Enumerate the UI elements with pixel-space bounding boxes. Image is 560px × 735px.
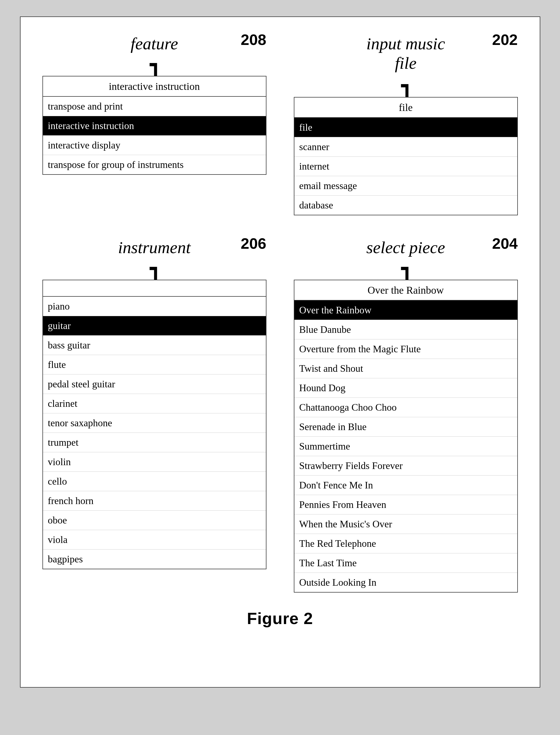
input-music-item-4[interactable]: database (294, 196, 517, 215)
input-music-item-1[interactable]: scanner (294, 137, 517, 157)
input-music-number: 202 (492, 31, 518, 48)
select-piece-item-3[interactable]: Twist and Shout (294, 359, 517, 378)
select-piece-brace: ┓ (401, 257, 413, 280)
input-music-panel: 202 input music file ┓ file file scanner… (294, 33, 518, 215)
instrument-item-8[interactable]: violin (43, 452, 266, 472)
select-piece-item-8[interactable]: Strawberry Fields Forever (294, 456, 517, 476)
instrument-item-10[interactable]: french horn (43, 491, 266, 511)
select-piece-item-9[interactable]: Don't Fence Me In (294, 476, 517, 495)
select-piece-item-11[interactable]: When the Music's Over (294, 515, 517, 534)
feature-panel: 208 feature ┓ interactive instruction tr… (42, 33, 266, 215)
instrument-number: 206 (241, 234, 266, 252)
select-piece-item-7[interactable]: Summertime (294, 437, 517, 456)
input-music-item-3[interactable]: email message (294, 176, 517, 196)
instrument-item-9[interactable]: cello (43, 472, 266, 491)
feature-item-2[interactable]: interactive display (43, 136, 266, 155)
select-piece-dropdown-header: Over the Rainbow (294, 280, 517, 300)
figure-caption: Figure 2 (42, 609, 518, 628)
instrument-item-6[interactable]: tenor saxaphone (43, 414, 266, 433)
feature-number: 208 (241, 31, 266, 48)
main-page: 208 feature ┓ interactive instruction tr… (20, 16, 540, 688)
select-piece-item-14[interactable]: Outside Looking In (294, 573, 517, 592)
instrument-item-2[interactable]: bass guitar (43, 335, 266, 355)
instrument-item-7[interactable]: trumpet (43, 433, 266, 452)
select-piece-item-6[interactable]: Serenade in Blue (294, 417, 517, 437)
select-piece-item-4[interactable]: Hound Dog (294, 378, 517, 398)
select-piece-title: select piece (294, 238, 518, 257)
instrument-brace: ┓ (150, 257, 161, 280)
feature-title: feature (42, 34, 266, 53)
input-music-dropdown-header: file (294, 97, 517, 118)
instrument-dropdown[interactable]: piano guitar bass guitar flute pedal ste… (42, 280, 266, 569)
select-piece-number: 204 (492, 234, 518, 252)
select-piece-item-5[interactable]: Chattanooga Choo Choo (294, 398, 517, 417)
feature-item-0[interactable]: transpose and print (43, 97, 266, 116)
feature-dropdown-header: interactive instruction (43, 76, 266, 97)
select-piece-item-13[interactable]: The Last Time (294, 553, 517, 573)
input-music-dropdown[interactable]: file file scanner internet email message… (294, 97, 518, 215)
input-music-item-0[interactable]: file (294, 118, 517, 137)
select-piece-item-1[interactable]: Blue Danube (294, 320, 517, 339)
feature-item-3[interactable]: transpose for group of instruments (43, 155, 266, 174)
select-piece-item-2[interactable]: Overture from the Magic Flute (294, 339, 517, 359)
instrument-panel: 206 instrument ┓ piano guitar bass guita… (42, 237, 266, 593)
instrument-item-0[interactable]: piano (43, 297, 266, 316)
input-music-title-line2: file (294, 53, 518, 73)
select-piece-item-0[interactable]: Over the Rainbow (294, 300, 517, 320)
input-music-item-2[interactable]: internet (294, 157, 517, 176)
feature-dropdown[interactable]: interactive instruction transpose and pr… (42, 76, 266, 175)
feature-brace: ┓ (150, 53, 161, 76)
top-row: 208 feature ┓ interactive instruction tr… (42, 33, 518, 215)
select-piece-item-12[interactable]: The Red Telephone (294, 534, 517, 553)
input-music-title-line1: input music (294, 34, 518, 53)
instrument-dropdown-header (43, 280, 266, 297)
instrument-item-13[interactable]: bagpipes (43, 550, 266, 569)
select-piece-panel: 204 select piece ┓ Over the Rainbow Over… (294, 237, 518, 593)
instrument-item-12[interactable]: viola (43, 530, 266, 550)
instrument-item-3[interactable]: flute (43, 355, 266, 375)
instrument-item-5[interactable]: clarinet (43, 394, 266, 414)
bottom-row: 206 instrument ┓ piano guitar bass guita… (42, 237, 518, 593)
instrument-item-4[interactable]: pedal steel guitar (43, 375, 266, 394)
input-music-brace: ┓ (401, 74, 413, 97)
instrument-item-11[interactable]: oboe (43, 511, 266, 530)
instrument-item-1[interactable]: guitar (43, 316, 266, 335)
feature-item-1[interactable]: interactive instruction (43, 116, 266, 136)
select-piece-item-10[interactable]: Pennies From Heaven (294, 495, 517, 515)
instrument-title: instrument (42, 238, 266, 257)
select-piece-dropdown[interactable]: Over the Rainbow Over the Rainbow Blue D… (294, 280, 518, 593)
